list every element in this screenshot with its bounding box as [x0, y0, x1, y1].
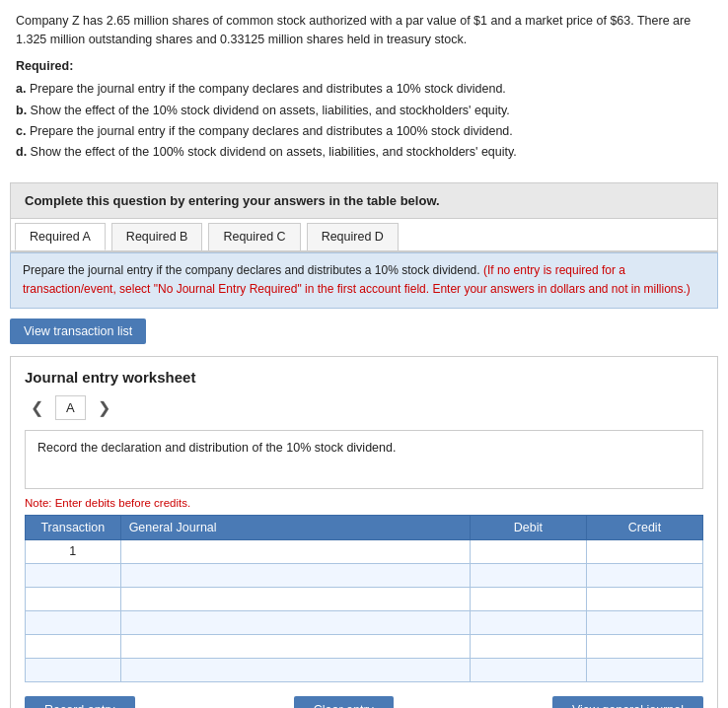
tab-required-b[interactable]: Required B	[111, 223, 203, 250]
nav-row: ❮ A ❯	[25, 395, 703, 420]
row3-credit[interactable]	[586, 587, 702, 610]
tabs-row: Required A Required B Required C Require…	[11, 219, 717, 251]
col-debit: Debit	[470, 515, 586, 539]
row1-debit-input[interactable]	[471, 540, 586, 563]
worksheet-container: Journal entry worksheet ❮ A ❯ Record the…	[10, 356, 718, 708]
row1-credit-input[interactable]	[587, 540, 702, 563]
tab-required-a[interactable]: Required A	[15, 223, 106, 250]
worksheet-tab-a[interactable]: A	[55, 395, 86, 420]
row2-credit[interactable]	[586, 563, 702, 587]
req-c-text: Prepare the journal entry if the company…	[30, 124, 513, 138]
table-row	[26, 634, 703, 658]
row6-credit[interactable]	[586, 658, 702, 681]
row6-debit[interactable]	[470, 658, 586, 681]
table-row	[26, 563, 703, 587]
row4-debit-input[interactable]	[471, 611, 586, 634]
row5-gj-input[interactable]	[121, 635, 470, 658]
journal-table: Transaction General Journal Debit Credit…	[25, 515, 703, 682]
intro-text: Company Z has 2.65 million shares of com…	[16, 12, 712, 49]
row6-credit-input[interactable]	[587, 659, 702, 681]
row6-gj-input[interactable]	[121, 659, 470, 681]
row4-transaction	[26, 610, 121, 634]
row4-gj-input[interactable]	[121, 611, 470, 634]
row3-transaction	[26, 587, 121, 610]
row6-debit-input[interactable]	[471, 659, 586, 681]
instruction-main: Prepare the journal entry if the company…	[23, 263, 483, 277]
table-row	[26, 587, 703, 610]
row3-credit-input[interactable]	[587, 588, 702, 610]
req-d-text: Show the effect of the 100% stock divide…	[31, 145, 517, 159]
row1-general-journal[interactable]	[120, 539, 470, 563]
row2-general-journal[interactable]	[120, 563, 470, 587]
row2-credit-input[interactable]	[587, 564, 702, 587]
clear-entry-button[interactable]: Clear entry	[294, 696, 394, 708]
row3-gj-input[interactable]	[121, 588, 470, 610]
note-text: Note: Enter debits before credits.	[25, 497, 703, 509]
col-credit: Credit	[586, 515, 702, 539]
row5-debit[interactable]	[470, 634, 586, 658]
next-arrow-icon[interactable]: ❯	[92, 396, 116, 419]
view-transaction-button[interactable]: View transaction list	[10, 319, 146, 344]
row6-general-journal[interactable]	[120, 658, 470, 681]
required-label: Required:	[16, 57, 712, 76]
row3-debit[interactable]	[470, 587, 586, 610]
row1-transaction: 1	[26, 539, 121, 563]
row2-debit[interactable]	[470, 563, 586, 587]
row2-debit-input[interactable]	[471, 564, 586, 587]
row2-transaction	[26, 563, 121, 587]
row6-transaction	[26, 658, 121, 681]
col-transaction: Transaction	[26, 515, 121, 539]
row1-debit[interactable]	[470, 539, 586, 563]
row5-debit-input[interactable]	[471, 635, 586, 658]
row5-transaction	[26, 634, 121, 658]
col-general-journal: General Journal	[120, 515, 470, 539]
row5-credit[interactable]	[586, 634, 702, 658]
worksheet-title: Journal entry worksheet	[25, 369, 703, 386]
row4-general-journal[interactable]	[120, 610, 470, 634]
req-a-text: Prepare the journal entry if the company…	[30, 82, 506, 96]
row4-debit[interactable]	[470, 610, 586, 634]
row5-general-journal[interactable]	[120, 634, 470, 658]
view-general-journal-button[interactable]: View general journal	[552, 696, 703, 708]
table-row	[26, 658, 703, 681]
row3-debit-input[interactable]	[471, 588, 586, 610]
description-box: Record the declaration and distribution …	[25, 430, 703, 489]
complete-banner: Complete this question by entering your …	[10, 182, 718, 219]
row4-credit-input[interactable]	[587, 611, 702, 634]
row5-credit-input[interactable]	[587, 635, 702, 658]
row1-gj-input[interactable]	[121, 540, 470, 563]
tab-required-c[interactable]: Required C	[208, 223, 300, 250]
required-list: a. Prepare the journal entry if the comp…	[16, 79, 712, 163]
req-b-text: Show the effect of the 10% stock dividen…	[31, 104, 510, 117]
prev-arrow-icon[interactable]: ❮	[25, 396, 49, 419]
row4-credit[interactable]	[586, 610, 702, 634]
instruction-box: Prepare the journal entry if the company…	[10, 252, 718, 308]
tab-required-d[interactable]: Required D	[307, 223, 399, 250]
record-entry-button[interactable]: Record entry	[25, 696, 135, 708]
row3-general-journal[interactable]	[120, 587, 470, 610]
row1-credit[interactable]	[586, 539, 702, 563]
bottom-buttons: Record entry Clear entry View general jo…	[25, 696, 703, 708]
row2-gj-input[interactable]	[121, 564, 470, 587]
table-row: 1	[26, 539, 703, 563]
table-row	[26, 610, 703, 634]
